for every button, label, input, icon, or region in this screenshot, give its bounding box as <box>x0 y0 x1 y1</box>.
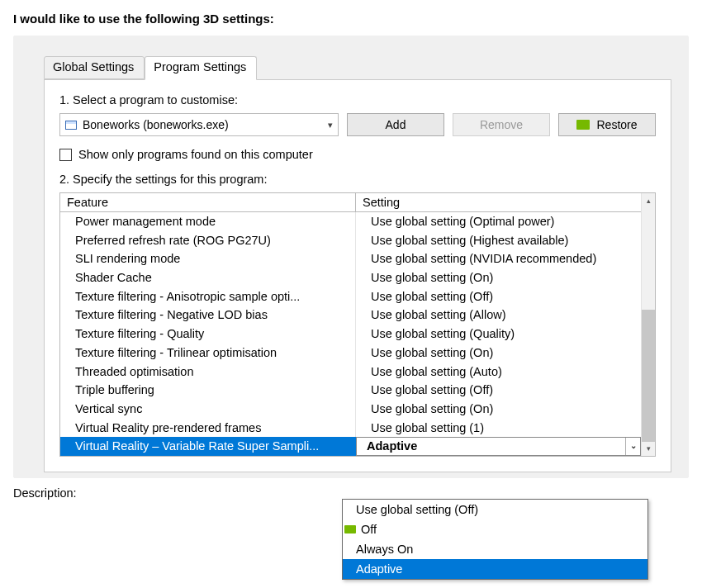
settings-row[interactable]: Virtual Reality pre-rendered framesUse g… <box>60 419 641 438</box>
feature-cell: Texture filtering - Negative LOD bias <box>60 306 356 325</box>
tab-global-settings[interactable]: Global Settings <box>44 56 145 79</box>
column-header-setting[interactable]: Setting <box>356 193 641 211</box>
setting-cell[interactable]: Use global setting (Off) <box>356 381 641 400</box>
setting-cell[interactable]: Adaptive⌄ <box>356 437 641 456</box>
setting-cell[interactable]: Use global setting (NVIDIA recommended) <box>356 249 641 268</box>
step2-label: 2. Specify the settings for this program… <box>59 173 656 186</box>
settings-row[interactable]: Preferred refresh rate (ROG PG27U)Use gl… <box>60 231 641 250</box>
description-label: Description: <box>0 478 702 500</box>
tab-program-settings[interactable]: Program Settings <box>145 56 257 80</box>
settings-row[interactable]: Shader CacheUse global setting (On) <box>60 268 641 287</box>
setting-dropdown-popup: Use global setting (Off) Off Always On A… <box>342 499 648 500</box>
step1-label: 1. Select a program to customise: <box>59 93 656 107</box>
setting-cell[interactable]: Use global setting (Allow) <box>356 306 641 325</box>
settings-row[interactable]: Texture filtering - Trilinear optimisati… <box>60 344 641 363</box>
column-header-feature[interactable]: Feature <box>60 193 356 211</box>
feature-cell: Shader Cache <box>60 268 356 287</box>
feature-cell: Triple buffering <box>60 381 356 400</box>
settings-row[interactable]: Texture filtering - Negative LOD biasUse… <box>60 306 641 325</box>
settings-row[interactable]: Vertical syncUse global setting (On) <box>60 400 641 419</box>
setting-cell[interactable]: Use global setting (On) <box>356 344 641 363</box>
scrollbar-thumb[interactable] <box>642 310 655 442</box>
feature-cell: Threaded optimisation <box>60 363 356 382</box>
settings-row[interactable]: Power management modeUse global setting … <box>60 212 641 231</box>
settings-row[interactable]: Virtual Reality – Variable Rate Super Sa… <box>60 437 641 456</box>
page-heading: I would like to use the following 3D set… <box>13 12 689 26</box>
settings-grid: Feature Setting Power management modeUse… <box>59 192 656 457</box>
settings-row[interactable]: SLI rendering modeUse global setting (NV… <box>60 249 641 268</box>
program-select[interactable]: Boneworks (boneworks.exe) ▾ <box>59 113 339 136</box>
feature-cell: Texture filtering - Trilinear optimisati… <box>60 344 356 363</box>
feature-cell: Power management mode <box>60 212 356 231</box>
scroll-up-button[interactable]: ▴ <box>642 193 655 207</box>
feature-cell: Texture filtering - Anisotropic sample o… <box>60 287 356 306</box>
nvidia-icon <box>576 120 590 130</box>
feature-cell: Vertical sync <box>60 400 356 419</box>
feature-cell: Texture filtering - Quality <box>60 325 356 344</box>
setting-cell[interactable]: Use global setting (Optimal power) <box>356 212 641 231</box>
settings-panel: Global Settings Program Settings 1. Sele… <box>13 36 689 478</box>
setting-cell[interactable]: Use global setting (Auto) <box>356 363 641 382</box>
vertical-scrollbar[interactable]: ▴ ▾ <box>641 193 655 456</box>
setting-value: Adaptive <box>367 437 417 456</box>
feature-cell: Virtual Reality pre-rendered frames <box>60 419 356 438</box>
program-icon <box>65 121 77 130</box>
settings-row[interactable]: Texture filtering - Anisotropic sample o… <box>60 287 641 306</box>
chevron-down-icon: ▾ <box>328 120 333 130</box>
setting-cell[interactable]: Use global setting (Quality) <box>356 325 641 344</box>
setting-cell[interactable]: Use global setting (1) <box>356 419 641 438</box>
scroll-down-button[interactable]: ▾ <box>642 442 655 456</box>
settings-row[interactable]: Texture filtering - QualityUse global se… <box>60 325 641 344</box>
restore-button-label: Restore <box>596 118 637 131</box>
feature-cell: Virtual Reality – Variable Rate Super Sa… <box>60 437 356 456</box>
show-only-checkbox[interactable] <box>59 149 72 161</box>
setting-cell[interactable]: Use global setting (Off) <box>356 287 641 306</box>
setting-cell[interactable]: Use global setting (Highest available) <box>356 231 641 250</box>
show-only-label: Show only programs found on this compute… <box>78 148 313 161</box>
feature-cell: SLI rendering mode <box>60 249 356 268</box>
chevron-down-icon[interactable]: ⌄ <box>625 438 640 455</box>
add-button[interactable]: Add <box>347 113 444 136</box>
settings-row[interactable]: Triple bufferingUse global setting (Off) <box>60 381 641 400</box>
remove-button: Remove <box>453 113 550 136</box>
restore-button[interactable]: Restore <box>558 113 656 136</box>
settings-row[interactable]: Threaded optimisationUse global setting … <box>60 363 641 382</box>
tab-body: 1. Select a program to customise: Bonewo… <box>44 79 671 472</box>
setting-cell[interactable]: Use global setting (On) <box>356 268 641 287</box>
program-select-value: Boneworks (boneworks.exe) <box>83 118 229 131</box>
feature-cell: Preferred refresh rate (ROG PG27U) <box>60 231 356 250</box>
setting-cell[interactable]: Use global setting (On) <box>356 400 641 419</box>
